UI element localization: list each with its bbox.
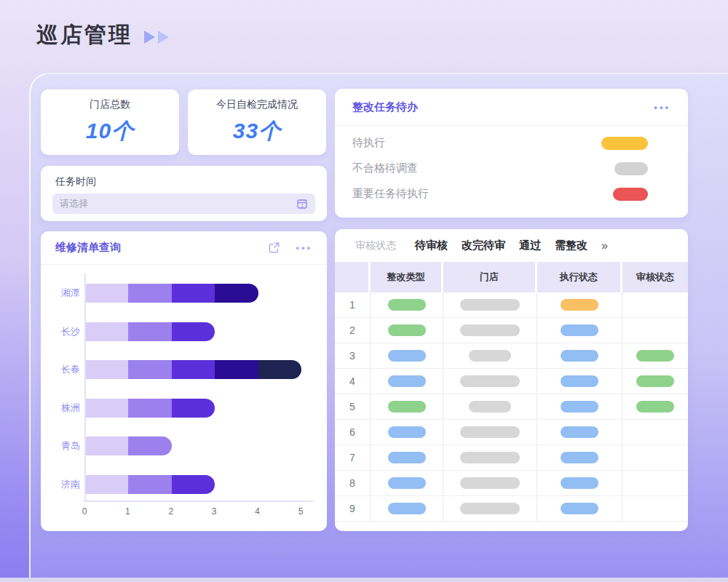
table-cell [537, 292, 622, 317]
stat-card-store-total: 门店总数 10个 [41, 89, 179, 155]
todo-item[interactable]: 待执行 [335, 130, 688, 156]
status-pill-blue [561, 401, 598, 412]
bar-segment [85, 475, 128, 494]
table-row[interactable]: 5 [335, 394, 688, 420]
todo-panel-title: 整改任务待办 [352, 100, 654, 114]
chart-category-row: 湘潭 [41, 284, 327, 303]
table-cell [443, 471, 537, 495]
status-pill-gray_long [460, 452, 520, 463]
table-row[interactable]: 3 [335, 343, 688, 369]
svg-text:1: 1 [301, 203, 304, 208]
status-pill-blue [561, 477, 598, 489]
play-icon [144, 31, 155, 44]
bar-segment [172, 360, 215, 379]
tabs-more-chevron[interactable]: » [601, 239, 608, 252]
status-pill-blue [561, 452, 598, 463]
row-number-cell: 1 [335, 292, 371, 317]
todo-list: 待执行不合格待调查重要任务待执行 [335, 126, 688, 207]
stacked-bar [85, 322, 215, 341]
stat-label: 今日自检完成情况 [216, 98, 298, 111]
row-number: 9 [349, 503, 355, 514]
bar-segment [85, 322, 128, 341]
table-cell [537, 445, 622, 470]
chart-category-label: 青岛 [45, 436, 80, 455]
row-number: 3 [349, 350, 355, 362]
tab-待审核[interactable]: 待审核 [415, 239, 448, 252]
status-pill-gray_long [460, 503, 520, 514]
table-row[interactable]: 4 [335, 369, 688, 394]
todo-item[interactable]: 不合格待调查 [335, 156, 688, 181]
table-cell [371, 445, 443, 470]
stacked-bar [85, 399, 215, 418]
review-status-tabs: 待审核改完待审通过需整改 [415, 239, 587, 252]
table-row[interactable]: 6 [335, 420, 688, 445]
play-icon [158, 31, 169, 44]
table-cell [371, 292, 443, 317]
bar-segment [172, 475, 215, 494]
table-cell [537, 343, 622, 368]
calendar-icon[interactable]: 1 [296, 198, 308, 210]
tab-改完待审[interactable]: 改完待审 [462, 239, 505, 252]
table-column-header: 整改类型 [371, 262, 443, 292]
page-header: 巡店管理 [36, 20, 169, 50]
chart-category-label: 株洲 [45, 399, 80, 418]
status-pill-green [636, 401, 674, 412]
status-pill-blue [388, 350, 426, 362]
table-cell [443, 394, 537, 419]
table-cell [622, 420, 688, 445]
status-pill-blue [388, 503, 426, 514]
status-pill-green [636, 350, 674, 362]
bar-segment [128, 475, 171, 494]
review-status-filter-label: 审核状态 [355, 239, 396, 252]
chart-x-tick-label: 2 [168, 506, 173, 517]
status-pill-blue [561, 503, 598, 514]
status-pill-blue [388, 477, 426, 489]
table-column-header: 审核状态 [622, 262, 688, 292]
table-column-header: 执行状态 [537, 262, 622, 292]
todo-panel-header: 整改任务待办 ••• [335, 89, 688, 125]
status-pill-blue [388, 452, 426, 463]
bar-segment [85, 399, 128, 418]
tab-通过[interactable]: 通过 [519, 239, 541, 252]
status-pill-blue [388, 375, 426, 387]
todo-item[interactable]: 重要任务待执行 [335, 181, 688, 207]
table-cell [371, 394, 443, 419]
table-row[interactable]: 2 [335, 318, 688, 343]
table-cell [443, 496, 537, 521]
task-time-select[interactable]: 请选择 1 [52, 194, 315, 214]
share-icon[interactable] [267, 241, 281, 255]
status-pill-green [388, 401, 426, 412]
row-number-cell: 9 [335, 496, 371, 521]
table-row[interactable]: 8 [335, 471, 688, 496]
ellipsis-menu-icon[interactable]: ••• [296, 242, 312, 253]
repair-panel-header: 维修清单查询 ••• [41, 231, 327, 264]
bar-segment [128, 436, 171, 455]
table-row[interactable]: 1 [335, 292, 688, 318]
bar-segment [85, 436, 128, 455]
row-number: 1 [349, 299, 355, 311]
table-cell [622, 496, 688, 521]
chart-y-axis-line [84, 274, 86, 502]
todo-item-label: 不合格待调查 [352, 162, 418, 175]
table-cell [371, 369, 443, 394]
review-table-panel: 审核状态 待审核改完待审通过需整改 » 整改类型门店执行状态审核状态 12345… [335, 229, 688, 531]
table-cell [371, 471, 443, 495]
chart-category-label: 济南 [45, 475, 80, 494]
task-time-placeholder: 请选择 [60, 197, 88, 210]
status-pill-gray_long [460, 299, 520, 311]
table-row[interactable]: 7 [335, 445, 688, 471]
repair-panel-title: 维修清单查询 [55, 241, 267, 255]
table-header-row: 整改类型门店执行状态审核状态 [335, 262, 688, 292]
row-number-cell: 2 [335, 318, 371, 343]
table-cell [622, 292, 688, 317]
table-row[interactable]: 9 [335, 496, 688, 522]
stat-card-self-check: 今日自检完成情况 33个 [188, 89, 326, 155]
bar-segment [172, 322, 215, 341]
table-cell [371, 343, 443, 368]
tab-需整改[interactable]: 需整改 [555, 239, 587, 252]
ellipsis-menu-icon[interactable]: ••• [654, 102, 670, 113]
bar-segment [128, 399, 171, 418]
stat-label: 门店总数 [90, 98, 130, 111]
repair-bar-chart: 湘潭长沙长春株洲青岛济南012345 [41, 265, 327, 531]
status-pill-blue [561, 375, 598, 387]
